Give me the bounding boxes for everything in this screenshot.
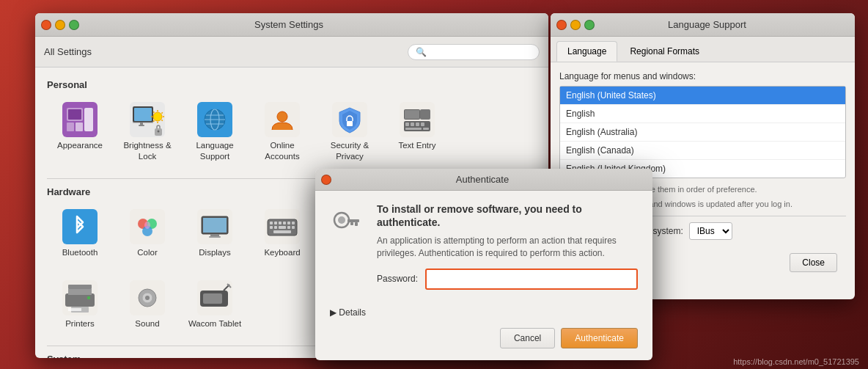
svg-rect-28 (420, 109, 430, 120)
svg-rect-35 (423, 128, 429, 130)
auth-details-toggle[interactable]: ▶ Details (330, 307, 638, 318)
keyboard-item[interactable]: Keyboard (249, 203, 315, 264)
brightness-lock-label: Brightness &Lock (123, 140, 171, 162)
bluetooth-icon (62, 209, 98, 244)
color-label: Color (137, 247, 157, 258)
wacom-tablet-icon (197, 280, 232, 315)
lang-input-method-select[interactable]: IBus (689, 222, 732, 240)
svg-rect-34 (405, 128, 422, 130)
svg-rect-3 (67, 123, 74, 131)
svg-rect-52 (283, 222, 286, 224)
lang-tabs: Language Regional Formats (551, 37, 855, 62)
auth-password-input[interactable] (425, 268, 638, 290)
window-controls (41, 20, 79, 30)
auth-key-icon (330, 205, 362, 238)
keyboard-label: Keyboard (264, 247, 300, 258)
lang-list: English (United States) English English … (559, 86, 846, 178)
search-box: 🔍 (408, 44, 540, 60)
tab-regional-formats[interactable]: Regional Formats (619, 41, 710, 62)
auth-titlebar: Authenticate (315, 169, 652, 191)
lang-close-btn[interactable]: Close (790, 253, 837, 272)
svg-rect-2 (68, 109, 81, 120)
personal-icon-grid: Appearance (47, 96, 537, 168)
svg-point-22 (277, 112, 287, 122)
close-button[interactable] (41, 20, 51, 30)
sound-item[interactable]: Sound (114, 274, 180, 335)
online-accounts-icon (265, 102, 300, 137)
printers-icon (62, 280, 98, 315)
appearance-item[interactable]: Appearance (47, 96, 113, 168)
lang-window-title: Language Support (595, 19, 820, 30)
svg-rect-58 (287, 226, 290, 229)
sound-icon (130, 280, 165, 315)
toolbar: All Settings 🔍 (35, 37, 548, 67)
svg-rect-60 (273, 230, 291, 233)
auth-dialog-title: Authenticate (331, 174, 633, 185)
wacom-tablet-item[interactable]: Wacom Tablet (182, 274, 248, 335)
svg-point-41 (144, 222, 150, 229)
svg-rect-59 (292, 226, 295, 229)
lang-minimize-button[interactable] (570, 20, 581, 30)
svg-rect-32 (416, 123, 419, 126)
svg-rect-30 (405, 123, 409, 126)
svg-rect-10 (140, 123, 143, 125)
auth-icon-area (330, 202, 367, 296)
svg-rect-50 (274, 222, 277, 224)
svg-rect-27 (405, 110, 419, 119)
auth-close-button[interactable] (321, 175, 331, 185)
color-item[interactable]: Color (114, 203, 180, 264)
printers-label: Printers (65, 318, 95, 329)
lang-for-label: Language for menus and windows: (559, 71, 846, 81)
auth-window-controls (321, 175, 331, 185)
online-accounts-item[interactable]: OnlineAccounts (249, 96, 315, 168)
language-support-label: LanguageSupport (196, 140, 233, 162)
search-input[interactable] (430, 47, 532, 57)
auth-password-label: Password: (377, 274, 418, 284)
lang-item-en-ca[interactable]: English (Canada) (560, 142, 845, 160)
svg-rect-31 (411, 123, 414, 126)
bluetooth-item[interactable]: Bluetooth (47, 203, 113, 264)
displays-label: Displays (199, 247, 230, 258)
online-accounts-label: OnlineAccounts (265, 140, 299, 162)
svg-rect-44 (203, 218, 227, 233)
security-privacy-icon (332, 102, 367, 137)
brightness-lock-item[interactable]: Brightness &Lock (114, 96, 180, 168)
system-settings-titlebar: System Settings (35, 13, 548, 37)
sound-label: Sound (135, 318, 159, 329)
language-support-item[interactable]: LanguageSupport (182, 96, 248, 168)
color-icon (130, 209, 165, 244)
brightness-lock-icon (130, 102, 165, 137)
svg-rect-74 (203, 293, 222, 304)
security-privacy-label: Security &Privacy (331, 140, 369, 162)
svg-rect-67 (68, 308, 81, 311)
security-privacy-item[interactable]: Security &Privacy (317, 96, 383, 168)
svg-rect-46 (209, 236, 221, 238)
lang-window-controls (556, 20, 595, 30)
text-entry-label: Text Entry (398, 140, 435, 151)
svg-point-71 (145, 296, 150, 300)
cancel-button[interactable]: Cancel (500, 328, 555, 348)
language-support-icon (197, 102, 232, 137)
text-entry-item[interactable]: Text Entry (384, 96, 450, 168)
svg-rect-53 (287, 222, 290, 224)
svg-rect-57 (279, 226, 286, 229)
svg-rect-105 (347, 219, 359, 222)
url-bar: https://blog.csdn.net/m0_51721395 (733, 357, 859, 366)
minimize-button[interactable] (55, 20, 65, 30)
svg-rect-51 (279, 222, 282, 224)
lang-maximize-button[interactable] (584, 20, 595, 30)
tab-language[interactable]: Language (556, 41, 617, 62)
lang-item-en-us[interactable]: English (United States) (560, 87, 845, 105)
svg-rect-49 (270, 222, 273, 224)
printers-item[interactable]: Printers (47, 274, 113, 335)
svg-point-104 (338, 216, 345, 224)
auth-text-area: To install or remove software, you need … (377, 202, 638, 296)
svg-rect-8 (134, 108, 152, 121)
lang-close-button[interactable] (556, 20, 567, 30)
lang-item-en[interactable]: English (560, 105, 845, 123)
lang-item-en-au[interactable]: English (Australia) (560, 123, 845, 142)
all-settings-button[interactable]: All Settings (44, 46, 92, 57)
authenticate-button[interactable]: Authenticate (561, 328, 638, 348)
maximize-button[interactable] (69, 20, 79, 30)
displays-item[interactable]: Displays (182, 203, 248, 264)
